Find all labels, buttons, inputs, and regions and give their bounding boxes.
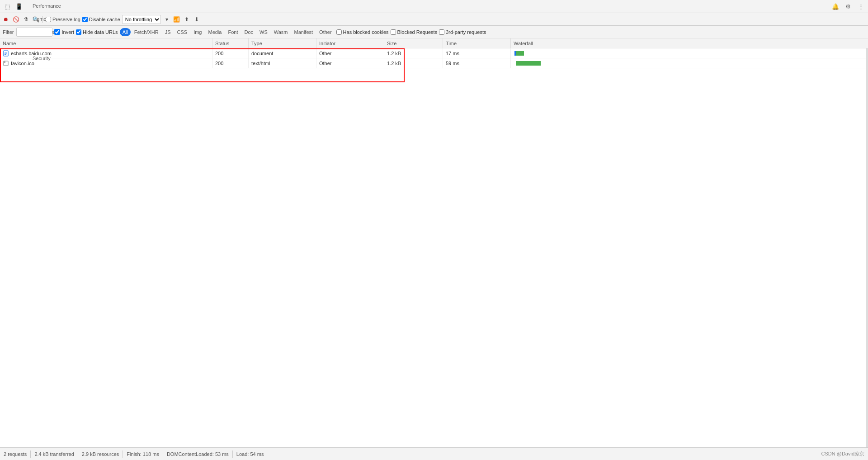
status-transferred: 2.4 kB transferred [34,451,74,457]
blocked-requests-checkbox[interactable] [391,29,396,35]
filter-chip-fetch/xhr[interactable]: Fetch/XHR [132,28,161,36]
hide-data-urls-label[interactable]: Hide data URLs [76,29,118,35]
tab-bar: ⬚ 📱 ElementsConsoleSourcesNetworkPerform… [0,0,868,13]
waterfall-timeline [0,48,868,447]
filter-chip-other[interactable]: Other [316,28,335,36]
th-name[interactable]: Name [0,38,212,48]
download-icon[interactable]: ⬇ [193,15,201,24]
filter-chip-ws[interactable]: WS [257,28,270,36]
hide-data-urls-checkbox[interactable] [76,29,81,35]
td-name: echarts.baidu.com [0,48,212,58]
vertical-resizer[interactable] [866,48,868,447]
blocked-requests-text: Blocked Requests [397,29,438,35]
th-initiator[interactable]: Initiator [316,38,384,48]
throttle-select[interactable]: No throttlingFast 3GSlow 3GOffline [122,15,161,24]
clear-button[interactable]: 🚫 [12,15,20,24]
toolbar-sep-1 [42,16,43,23]
inspect-icon[interactable]: ⬚ [2,1,13,12]
disable-cache-label[interactable]: Disable cache [82,17,120,22]
more-icon[interactable]: ⋮ [855,1,866,12]
third-party-checkbox[interactable] [439,29,444,35]
td-waterfall [511,48,868,58]
filter-chip-doc[interactable]: Doc [241,28,256,36]
waterfall-green-bar [516,61,541,66]
waterfall-bar-wrap [514,50,865,57]
td-size: 1.2 kB [384,48,443,58]
hide-data-urls-text: Hide data URLs [83,29,118,35]
td-name: favicon.ico [0,58,212,68]
td-type: document [249,48,316,58]
filter-chip-wasm[interactable]: Wasm [271,28,291,36]
th-type[interactable]: Type [249,38,316,48]
invert-checkbox[interactable] [54,29,60,35]
filter-toggle-button[interactable]: ⚗ [22,15,30,24]
status-finish: Finish: 118 ms [127,451,159,457]
preserve-log-checkbox[interactable] [46,17,51,22]
has-blocked-cookies-checkbox[interactable] [336,29,342,35]
preserve-log-label[interactable]: Preserve log [46,17,80,22]
td-name-text: favicon.ico [11,61,34,66]
filter-chips: AllFetch/XHRJSCSSImgMediaFontDocWSWasmMa… [120,28,335,36]
toolbar: ⏺ 🚫 ⚗ 🔍 Preserve log Disable cache No th… [0,13,868,26]
status-load: Load: 54 ms [236,451,264,457]
svg-rect-5 [4,61,5,63]
invert-text: Invert [61,29,74,35]
filter-chip-all[interactable]: All [120,28,131,36]
td-type: text/html [249,58,316,68]
throttle-dropdown-icon[interactable]: ▾ [163,15,171,24]
filter-label: Filter [3,29,14,35]
td-status: 200 [212,48,249,58]
filter-row: Filter Invert Hide data URLs AllFetch/XH… [0,26,868,38]
settings-icon[interactable]: ⚙ [843,1,854,12]
th-waterfall[interactable]: Waterfall [511,38,868,48]
filter-chip-font[interactable]: Font [225,28,241,36]
td-waterfall [511,58,868,68]
td-initiator: Other [316,58,384,68]
status-sep-1 [30,451,31,458]
table-row[interactable]: echarts.baidu.com200documentOther1.2 kB1… [0,48,868,58]
td-status: 200 [212,58,249,68]
devtools-icons: ⬚ 📱 [2,1,24,12]
preserve-log-text: Preserve log [52,17,80,22]
waterfall-bar-wrap [514,60,865,66]
td-size: 1.2 kB [384,58,443,68]
th-status[interactable]: Status [212,38,249,48]
blocked-requests-label[interactable]: Blocked Requests [391,29,438,35]
doc-icon [3,50,9,57]
has-blocked-cookies-label[interactable]: Has blocked cookies [336,29,389,35]
filter-chip-js[interactable]: JS [162,28,174,36]
waterfall-green-bar [516,51,524,56]
disable-cache-text: Disable cache [89,17,120,22]
status-bar: 2 requests 2.4 kB transferred 2.9 kB res… [0,447,868,460]
filter-chip-css[interactable]: CSS [175,28,190,36]
filter-chip-img[interactable]: Img [191,28,204,36]
notification-icon[interactable]: 🔔 [830,1,841,12]
table-row[interactable]: favicon.ico200text/htmlOther1.2 kB59 ms [0,58,868,68]
status-attribution: CSDN @David凉京 [821,451,864,457]
tab-bar-right: 🔔 ⚙ ⋮ [830,1,866,12]
content-area: echarts.baidu.com200documentOther1.2 kB1… [0,48,868,447]
status-sep-4 [163,451,163,458]
th-size[interactable]: Size [384,38,443,48]
status-requests: 2 requests [4,451,27,457]
disable-cache-checkbox[interactable] [82,17,88,22]
record-button[interactable]: ⏺ [2,15,10,24]
filter-input[interactable] [19,29,46,35]
search-button[interactable]: 🔍 [32,15,40,24]
wifi-icon[interactable]: 📶 [173,15,181,24]
timeline-line [658,48,658,447]
device-icon[interactable]: 📱 [14,1,24,12]
status-resources: 2.9 kB resources [82,451,119,457]
third-party-requests-label[interactable]: 3rd-party requests [439,29,486,35]
filter-chip-manifest[interactable]: Manifest [292,28,316,36]
invert-label[interactable]: Invert [54,29,74,35]
table-header: Name Status Type Initiator Size Time Wat… [0,38,868,48]
filter-chip-media[interactable]: Media [205,28,224,36]
status-dom: DOMContentLoaded: 53 ms [167,451,229,457]
upload-icon[interactable]: ⬆ [183,15,191,24]
status-sep-3 [123,451,123,458]
th-time[interactable]: Time [443,38,511,48]
third-party-text: 3rd-party requests [446,29,486,35]
tab-performance[interactable]: Performance [27,0,66,13]
td-name-text: echarts.baidu.com [11,51,52,56]
